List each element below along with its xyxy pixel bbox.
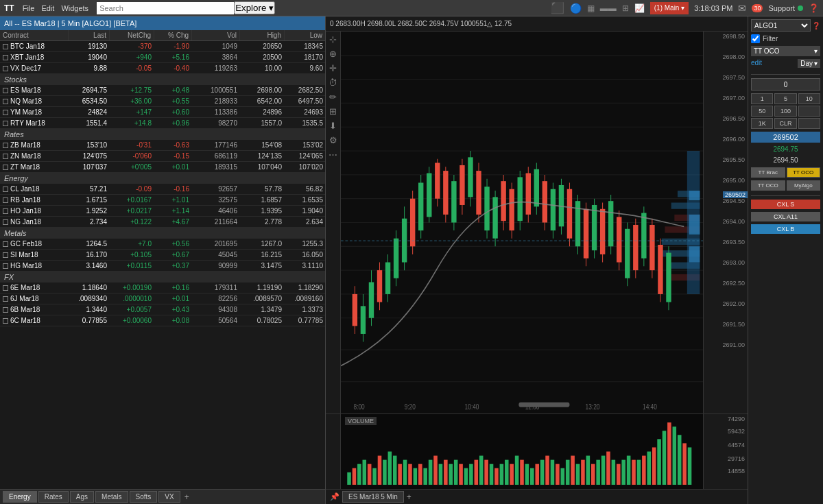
- tab-metals[interactable]: Metals: [95, 491, 128, 503]
- table-row[interactable]: XBT Jan18 19040 +940 +5.16 3864 20500 18…: [0, 52, 325, 63]
- table-row[interactable]: RB Jan18 1.6715 +0.0167 +1.01 32575 1.68…: [0, 195, 325, 206]
- edit-label[interactable]: edit: [751, 59, 762, 68]
- table-row[interactable]: 6E Mar18 1.18640 +0.00190 +0.16 179311 1…: [0, 283, 325, 293]
- table-row[interactable]: GC Feb18 1264.5 +7.0 +0.56 201695 1267.0…: [0, 239, 325, 250]
- price-label-10: 2694.00: [722, 218, 745, 225]
- table-row[interactable]: 6B Mar18 1.3440 +0.0057 +0.43 94308 1.34…: [0, 304, 325, 315]
- clock-tool-icon[interactable]: ⏱: [329, 77, 337, 88]
- my-algo-button[interactable]: MyAlgo: [787, 180, 821, 191]
- table-row[interactable]: ZB Mar18 153'10 -0'31 -0.63 177146 154'0…: [0, 140, 325, 151]
- explore-button[interactable]: Explore ▾: [234, 1, 275, 14]
- support-label[interactable]: Support: [768, 4, 795, 12]
- cell-last: 124'075: [69, 151, 110, 161]
- cxl-all-button[interactable]: CXL A11: [751, 212, 820, 221]
- svg-text:10:40: 10:40: [465, 403, 479, 411]
- cxl-b-button[interactable]: CXL B: [751, 224, 820, 234]
- cell-high: 1.19190: [240, 283, 285, 293]
- table-row[interactable]: CL Jan18 57.21 -0.09 -0.16 92657 57.78 5…: [0, 184, 325, 195]
- more-tool-icon[interactable]: ⋯: [329, 149, 337, 160]
- tab-ags[interactable]: Ags: [70, 491, 94, 503]
- table-row[interactable]: ZT Mar18 107'037 +0'005 +0.01 189315 107…: [0, 162, 325, 173]
- crosshair-tool-icon[interactable]: ✛: [329, 63, 337, 73]
- qty-clr[interactable]: CLR: [774, 118, 796, 129]
- table-row[interactable]: ZN Mar18 124'075 -0'060 -0.15 686119 124…: [0, 151, 325, 162]
- settings-tool-icon[interactable]: ⚙: [329, 135, 337, 145]
- qty-10[interactable]: 10: [798, 93, 820, 104]
- layers-tool-icon[interactable]: ⊞: [329, 106, 337, 117]
- svg-rect-123: [393, 456, 397, 485]
- qty-extra[interactable]: [798, 118, 820, 129]
- qty-1k[interactable]: 1K: [751, 118, 773, 129]
- tif-dropdown-icon[interactable]: ▾: [814, 60, 818, 67]
- draw-tool-icon[interactable]: ✏: [329, 92, 337, 102]
- cell-vol: 50564: [192, 315, 240, 326]
- chart-tab-es[interactable]: ES Mar18 5 Min: [342, 491, 404, 503]
- vol-scale-3: 44574: [728, 442, 745, 448]
- table-row[interactable]: 6C Mar18 0.77855 +0.00060 +0.08 50564 0.…: [0, 315, 325, 326]
- chart-main[interactable]: 8:00 9:20 10:40 12:00 13:20 14:40: [341, 32, 703, 413]
- price-input[interactable]: [751, 78, 820, 91]
- download-tool-icon[interactable]: ⬇: [329, 121, 337, 131]
- mail-icon[interactable]: ✉: [738, 3, 746, 14]
- cell-pctchg: -0.15: [154, 151, 192, 161]
- tt-oco-label-button[interactable]: TT OCO: [751, 180, 785, 191]
- chart-tab-add[interactable]: +: [407, 492, 412, 502]
- svg-rect-152: [540, 460, 545, 485]
- table-row[interactable]: NQ Mar18 6534.50 +36.00 +0.55 218933 654…: [0, 96, 325, 107]
- table-row[interactable]: VX Dec17 9.88 -0.05 -0.40 119263 10.00 9…: [0, 63, 325, 74]
- algo-help-icon[interactable]: ❓: [812, 22, 820, 29]
- cell-last: 24824: [69, 107, 110, 117]
- tab-add-button[interactable]: +: [182, 491, 192, 503]
- qty-1[interactable]: 1: [751, 93, 773, 104]
- svg-rect-98: [641, 213, 646, 259]
- table-row[interactable]: 6J Mar18 .0089340 .0000010 +0.01 82256 .…: [0, 293, 325, 304]
- help-icon[interactable]: ❓: [809, 3, 819, 13]
- tab-softs[interactable]: Softs: [130, 491, 158, 503]
- cell-pctchg: +1.01: [154, 195, 192, 205]
- cell-high: 1.3479: [240, 304, 285, 315]
- toolbar-icon-1[interactable]: ⬛: [551, 1, 564, 14]
- svg-rect-133: [444, 460, 448, 485]
- toolbar-icon-4[interactable]: ▬▬: [600, 3, 617, 13]
- tab-energy[interactable]: Energy: [3, 491, 37, 503]
- tab-rates[interactable]: Rates: [38, 491, 69, 503]
- search-input[interactable]: [97, 2, 234, 14]
- toolbar-icon-5[interactable]: ⊞: [622, 3, 629, 13]
- table-row[interactable]: ES Mar18 2694.75 +12.75 +0.48 1000551 26…: [0, 85, 325, 96]
- cell-netchg: +0.00190: [110, 283, 154, 293]
- table-row[interactable]: SI Mar18 16.170 +0.105 +0.67 45045 16.21…: [0, 250, 325, 261]
- qty-empty[interactable]: [798, 106, 820, 117]
- table-row[interactable]: YM Mar18 24824 +147 +0.60 113386 24896 2…: [0, 107, 325, 118]
- table-row[interactable]: RTY Mar18 1551.4 +14.8 +0.96 98270 1557.…: [0, 118, 325, 129]
- menu-edit[interactable]: Edit: [41, 4, 54, 12]
- tt-brac-button[interactable]: TT Brac: [751, 167, 785, 178]
- toolbar-icon-2[interactable]: 🔵: [570, 3, 582, 14]
- menu-widgets[interactable]: Widgets: [61, 4, 88, 12]
- qty-100[interactable]: 100: [774, 106, 796, 117]
- table-row[interactable]: BTC Jan18 19130 -370 -1.90 1049 20650 18…: [0, 41, 325, 52]
- qty-50[interactable]: 50: [751, 106, 773, 117]
- cell-vol: 94308: [192, 304, 240, 315]
- svg-rect-32: [369, 283, 374, 318]
- algo-dropdown[interactable]: ALGO1: [751, 19, 811, 32]
- tt-oco-button[interactable]: TT OCO: [787, 167, 821, 178]
- order-type-dropdown-icon[interactable]: ▾: [814, 47, 818, 55]
- zoom-tool-icon[interactable]: ⊕: [329, 49, 337, 59]
- menu-file[interactable]: File: [23, 4, 35, 12]
- toolbar-icon-3[interactable]: ▦: [587, 3, 595, 13]
- cell-vol: 201695: [192, 239, 240, 249]
- filter-checkbox[interactable]: [751, 34, 760, 43]
- cursor-tool-icon[interactable]: ⊹: [329, 34, 337, 45]
- cxl-s-button[interactable]: CXL S: [751, 200, 820, 209]
- table-row[interactable]: HO Jan18 1.9252 +0.0217 +1.14 46406 1.93…: [0, 206, 325, 217]
- tab-vx[interactable]: VX: [158, 491, 180, 503]
- svg-rect-130: [429, 460, 433, 485]
- table-row[interactable]: NG Jan18 2.734 +0.122 +4.67 211664 2.778…: [0, 217, 325, 228]
- notification-badge[interactable]: 30: [752, 4, 763, 12]
- workspace-button[interactable]: (1) Main ▾: [650, 2, 689, 14]
- table-row[interactable]: HG Mar18 3.1460 +0.0115 +0.37 90999 3.14…: [0, 261, 325, 272]
- toolbar-icon-6[interactable]: 📈: [634, 3, 645, 13]
- qty-5[interactable]: 5: [774, 93, 796, 104]
- svg-rect-118: [368, 464, 372, 485]
- pin-icon[interactable]: 📌: [330, 492, 339, 501]
